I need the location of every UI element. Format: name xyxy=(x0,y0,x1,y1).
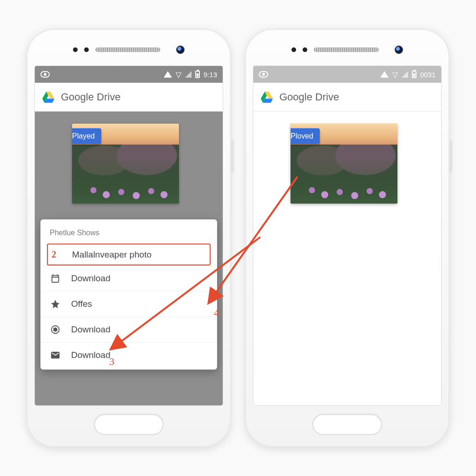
sheet-item-label: Download xyxy=(71,273,111,284)
annotation-number-2: 2 xyxy=(52,249,62,260)
content-area: Played Phetlue Shows 2 Mallalnveaper pho… xyxy=(35,112,223,405)
phone-earpiece xyxy=(245,46,450,54)
mail-icon xyxy=(50,350,61,360)
visibility-icon xyxy=(40,71,50,78)
sheet-item-label: Mallalnveaper photo xyxy=(72,250,152,260)
front-camera-icon xyxy=(176,46,185,54)
drive-logo-icon xyxy=(261,92,273,103)
status-bar: ▽ 9:13 xyxy=(35,66,223,83)
status-bar: ▽ 0031 xyxy=(253,66,441,83)
signal-icon xyxy=(402,71,408,78)
visibility-icon xyxy=(259,71,268,78)
status-time: 0031 xyxy=(420,71,436,79)
calendar-icon xyxy=(50,273,61,284)
file-thumbnail[interactable]: Ploved xyxy=(291,124,397,204)
sheet-item-download-3[interactable]: Download xyxy=(40,342,217,368)
content-area: Ploved xyxy=(253,112,441,405)
wifi-outline-icon: ▽ xyxy=(176,70,181,79)
app-title: Google Drive xyxy=(279,91,339,103)
app-title: Google Drive xyxy=(61,91,120,103)
phone-earpiece xyxy=(26,46,231,54)
sheet-item-label: Offes xyxy=(71,299,92,309)
home-button[interactable] xyxy=(94,414,164,435)
thumbnail-badge: Played xyxy=(72,128,101,144)
star-icon xyxy=(50,299,61,309)
phone-right: ▽ 0031 Google Drive Ploved xyxy=(245,29,450,447)
sheet-item-download-2[interactable]: Download xyxy=(40,317,217,342)
battery-icon xyxy=(195,71,200,78)
thumbnail-badge: Ploved xyxy=(291,128,320,144)
sheet-item-download-1[interactable]: Download xyxy=(40,265,217,291)
signal-icon xyxy=(185,71,192,78)
wifi-icon xyxy=(380,71,389,78)
home-button[interactable] xyxy=(312,414,382,435)
screen-left: ▽ 9:13 Google Drive Played xyxy=(35,66,223,405)
sheet-title: Phetlue Shows xyxy=(40,226,217,244)
wifi-icon xyxy=(164,71,172,78)
target-icon xyxy=(50,324,61,335)
sheet-item-offers[interactable]: Offes xyxy=(40,291,217,317)
battery-icon xyxy=(412,71,416,78)
sheet-item-wallpaper[interactable]: 2 Mallalnveaper photo xyxy=(47,244,211,265)
bottom-sheet: Phetlue Shows 2 Mallalnveaper photo Down… xyxy=(40,219,217,370)
file-thumbnail[interactable]: Played xyxy=(72,124,179,204)
app-bar: Google Drive xyxy=(253,83,441,112)
drive-logo-icon xyxy=(42,92,54,103)
sheet-item-label: Download xyxy=(71,324,111,335)
front-camera-icon xyxy=(395,46,403,54)
sheet-item-label: Download xyxy=(71,350,111,360)
wifi-outline-icon: ▽ xyxy=(392,70,398,79)
screen-right: ▽ 0031 Google Drive Ploved xyxy=(253,66,441,405)
status-time: 9:13 xyxy=(204,71,217,79)
phone-left: ▽ 9:13 Google Drive Played xyxy=(26,29,231,447)
app-bar: Google Drive xyxy=(35,83,223,112)
